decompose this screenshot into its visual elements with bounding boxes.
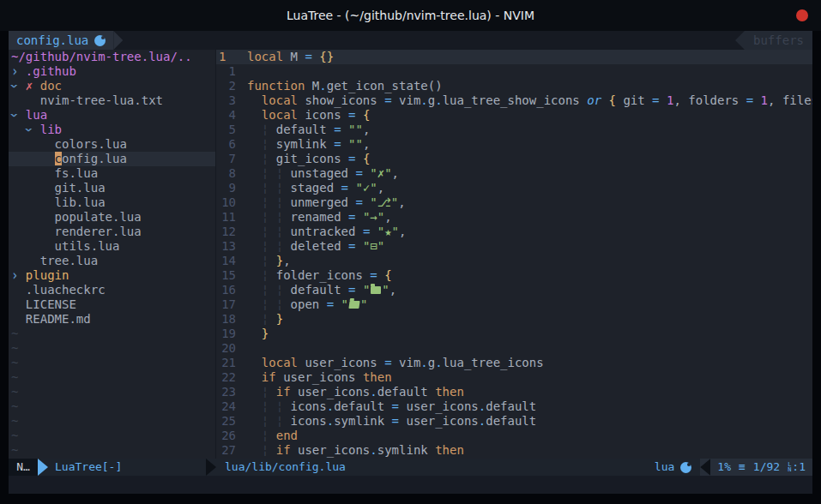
tree-cursor: c <box>55 152 62 165</box>
tree-item-config.lua[interactable]: config.lua <box>9 152 215 166</box>
code-line[interactable]: 23 ¦ if user_icons.default then <box>216 385 812 399</box>
code-text: ¦ ¦ open = "" <box>247 297 367 312</box>
code-text: ¦ default = "", <box>247 123 370 137</box>
code-line[interactable]: 21 local user_icons = vim.g.lua_tree_ico… <box>216 356 812 370</box>
code-line[interactable]: 10 ¦ ¦ unmerged = "⎇", <box>216 195 812 210</box>
code-text: } <box>247 327 269 341</box>
tab-arrow-separator <box>113 31 123 50</box>
tree-item-nvim-tree-lua.txt[interactable]: nvim-tree-lua.txt <box>9 93 215 108</box>
line-number: 1 <box>216 50 236 64</box>
line-number: 2 <box>216 79 236 93</box>
chevron-right-icon: › <box>11 62 18 81</box>
tree-item-tree.lua[interactable]: tree.lua <box>9 254 215 268</box>
statusline-filetype: lua <box>655 459 700 476</box>
folder-closed-icon <box>371 286 381 294</box>
empty-line-tilde: ~ <box>9 429 215 443</box>
line-number: 12 <box>216 225 236 239</box>
code-text: ¦ if user_icons.default then <box>247 385 464 399</box>
code-line[interactable]: 9 ¦ ¦ staged = "✓", <box>216 181 812 195</box>
tree-item-lua[interactable]: › lua <box>9 108 215 123</box>
code-line[interactable]: 24 ¦ ¦ icons.default = user_icons.defaul… <box>216 399 812 414</box>
code-line[interactable]: 1 <box>216 64 812 79</box>
lua-moon-icon <box>94 35 106 46</box>
line-number: 10 <box>216 195 236 210</box>
statusline-tree-title: LuaTree[-] <box>48 459 206 476</box>
code-line[interactable]: 11 ¦ ¦ renamed = "→", <box>216 210 812 225</box>
line-number: 8 <box>216 166 236 181</box>
code-line[interactable]: 6 ¦ symlink = "", <box>216 137 812 152</box>
tree-item-license[interactable]: LICENSE <box>9 297 215 312</box>
code-line[interactable]: 4 local icons = { <box>216 108 812 123</box>
code-text: ¦ }, <box>247 254 291 268</box>
tab-buffers[interactable]: buffers <box>745 31 812 50</box>
code-text: local user_icons = vim.g.lua_tree_icons <box>247 356 544 370</box>
code-line[interactable]: 20 <box>216 341 812 356</box>
tree-item-fs.lua[interactable]: fs.lua <box>9 166 215 181</box>
lua-moon-icon <box>680 462 691 473</box>
code-line[interactable]: 25 ¦ ¦ icons.symlink = user_icons.defaul… <box>216 414 812 429</box>
code-line[interactable]: 18 ¦ } <box>216 312 812 327</box>
line-number: 5 <box>216 123 236 137</box>
tree-item-lib[interactable]: › lib <box>9 123 215 137</box>
statusline: N… LuaTree[-] lua/lib/config.lua lua 1% … <box>9 459 812 476</box>
code-text: ¦ ¦ unmerged = "⎇", <box>247 195 406 210</box>
tree-item-git.lua[interactable]: git.lua <box>9 181 215 195</box>
tree-item-githubnvim-tree.lua..[interactable]: ~/github/nvim-tree.lua/.. <box>9 50 215 64</box>
tree-item-utils.lua[interactable]: utils.lua <box>9 239 215 254</box>
command-line[interactable] <box>9 476 812 494</box>
line-number: 4 <box>216 108 236 123</box>
code-line[interactable]: 22 if user_icons then <box>216 370 812 385</box>
lines-icon: ≡ <box>739 459 746 476</box>
empty-line-tilde: ~ <box>9 370 215 385</box>
tree-item-.github[interactable]: › .github <box>9 64 215 79</box>
line-number: 3 <box>216 93 236 108</box>
code-text: ¦ git_icons = { <box>247 152 370 166</box>
code-line[interactable]: 3 local show_icons = vim.g.lua_tree_show… <box>216 93 812 108</box>
mode-arrow-separator <box>38 459 48 476</box>
code-line[interactable]: 2function M.get_icon_state() <box>216 79 812 93</box>
line-number: 13 <box>216 239 236 254</box>
code-line[interactable]: 19 } <box>216 327 812 341</box>
code-line[interactable]: 17 ¦ ¦ open = "" <box>216 297 812 312</box>
code-text: ¦ ¦ deleted = "⊟" <box>247 239 384 254</box>
line-number: 11 <box>216 210 236 225</box>
nvim-window: LuaTree - (~/github/nvim-tree.lua) - NVI… <box>0 0 821 504</box>
tree-item-readme.md[interactable]: README.md <box>9 312 215 327</box>
code-line[interactable]: 12 ¦ ¦ untracked = "★", <box>216 225 812 239</box>
tree-item-renderer.lua[interactable]: renderer.lua <box>9 225 215 239</box>
folder-open-icon <box>348 301 359 309</box>
tree-item-populate.lua[interactable]: populate.lua <box>9 210 215 225</box>
line-number: 27 <box>216 443 236 458</box>
code-line[interactable]: 1local M = {} <box>216 50 812 64</box>
code-text: ¦ ¦ icons.default = user_icons.default <box>247 399 536 414</box>
tree-item-.luacheckrc[interactable]: .luacheckrc <box>9 283 215 297</box>
code-line[interactable]: 7 ¦ git_icons = { <box>216 152 812 166</box>
tree-item-lib.lua[interactable]: lib.lua <box>9 195 215 210</box>
statusline-file-path: lua/lib/config.lua <box>216 459 655 476</box>
code-line[interactable]: 14 ¦ }, <box>216 254 812 268</box>
line-number: 9 <box>216 181 236 195</box>
mode-indicator: N… <box>9 459 38 476</box>
code-text: ¦ end <box>247 429 298 443</box>
code-text: local icons = { <box>247 108 370 123</box>
code-line[interactable]: 16 ¦ ¦ default = "", <box>216 283 812 297</box>
code-line[interactable]: 8 ¦ ¦ unstaged = "✗", <box>216 166 812 181</box>
code-text: function M.get_icon_state() <box>247 79 443 93</box>
code-text: ¦ ¦ staged = "✓", <box>247 181 384 195</box>
tabline-fill <box>123 31 735 50</box>
code-line[interactable]: 26 ¦ end <box>216 429 812 443</box>
tab-config-lua[interactable]: config.lua <box>9 31 113 50</box>
scroll-percent: 1% <box>717 459 731 476</box>
cursor-position: 1/92 <box>753 459 780 476</box>
code-text: ¦ ¦ icons.symlink = user_icons.default <box>247 414 536 429</box>
buffers-label: buffers <box>753 33 804 47</box>
tree-item-plugin[interactable]: › plugin <box>9 268 215 283</box>
code-text: local M = {} <box>247 50 334 64</box>
code-line[interactable]: 15 ¦ folder_icons = { <box>216 268 812 283</box>
code-line[interactable]: 5 ¦ default = "", <box>216 123 812 137</box>
code-line[interactable]: 27 ¦ if user_icons.symlink then <box>216 443 812 458</box>
code-line[interactable]: 13 ¦ ¦ deleted = "⊟" <box>216 239 812 254</box>
tree-item-colors.lua[interactable]: colors.lua <box>9 137 215 152</box>
close-button[interactable] <box>796 9 808 21</box>
tree-item-doc[interactable]: › ✗ doc <box>9 79 215 93</box>
